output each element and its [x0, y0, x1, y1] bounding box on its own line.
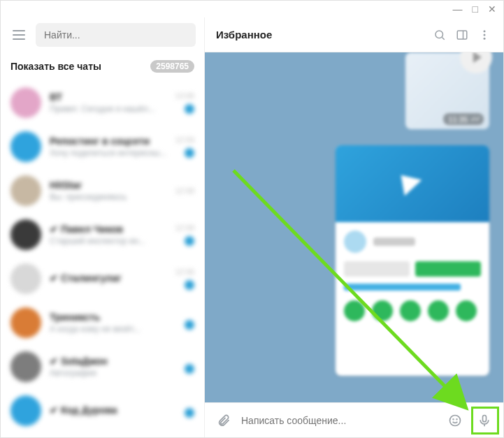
message-area[interactable]: 11:35 ✓✓ — [205, 52, 503, 402]
more-menu-icon[interactable] — [477, 27, 492, 43]
search-in-chat-icon[interactable] — [432, 27, 447, 43]
avatar — [10, 219, 41, 250]
video-message-bubble[interactable]: 11:35 ✓✓ — [405, 52, 489, 129]
chat-time: 12:56 — [175, 268, 194, 276]
search-input[interactable] — [36, 23, 196, 47]
link-preview-bubble[interactable] — [336, 145, 489, 376]
telegram-plane-icon — [401, 172, 424, 196]
unread-badge — [185, 104, 194, 114]
chat-snippet: А когда кому не везёт... — [50, 324, 176, 334]
chat-list-item[interactable]: ✔ Код Дурова — [1, 388, 204, 432]
svg-point-9 — [456, 418, 457, 419]
svg-point-8 — [453, 418, 454, 419]
unread-badge — [185, 320, 194, 330]
chat-snippet: Вы: присоединяюсь — [50, 192, 166, 202]
chat-snippet: Привет. Сегодня я нашёл... — [50, 104, 166, 114]
message-timestamp: 11:35 ✓✓ — [443, 113, 484, 125]
svg-line-1 — [442, 37, 444, 39]
avatar — [10, 351, 41, 382]
chat-name: ВТ — [50, 92, 166, 103]
chat-name: ✔ SotaДжон — [50, 356, 176, 367]
main-area: Показать все чаты 2598765 ВТ Привет. Сег… — [1, 17, 503, 437]
chat-section-header[interactable]: Показать все чаты 2598765 — [1, 52, 204, 80]
unread-badge — [185, 148, 194, 158]
maximize-button[interactable]: □ — [473, 3, 478, 15]
chat-count-badge: 2598765 — [150, 60, 194, 73]
chat-list-item[interactable]: HitStar Вы: присоединяюсь 12:58 — [1, 168, 204, 212]
window-titlebar: — □ ✕ — [1, 1, 503, 17]
chat-list-item[interactable]: ✔ SotaДжон Автография — [1, 344, 204, 388]
menu-button[interactable] — [9, 25, 29, 45]
close-button[interactable]: ✕ — [488, 3, 496, 15]
unread-badge — [185, 236, 194, 246]
chat-time: 13:06 — [175, 92, 194, 100]
chat-list-item[interactable]: ✔ Павел Чиков Старший инспектор ин... 12… — [1, 212, 204, 256]
sidebar-header — [1, 17, 204, 52]
chat-time: 12:59 — [175, 136, 194, 144]
unread-badge — [185, 364, 194, 374]
microphone-icon[interactable] — [473, 409, 496, 432]
chat-name: Триниксть — [50, 312, 176, 323]
chat-header: Избранное — [205, 17, 503, 52]
avatar — [10, 175, 41, 206]
chat-snippet: Старший инспектор ин... — [50, 236, 166, 246]
chat-name: ✔ Сталингулаг — [50, 272, 166, 284]
sidebar-toggle-icon[interactable] — [454, 27, 470, 43]
chat-list-item[interactable]: ВТ Привет. Сегодня я нашёл... 13:06 — [1, 80, 204, 124]
composer-bar — [205, 402, 503, 437]
chat-name: Репостинг в соцсети — [50, 136, 166, 147]
unread-badge — [185, 280, 194, 290]
emoji-icon[interactable] — [443, 409, 467, 432]
chat-time: 12:58 — [175, 224, 194, 232]
minimize-button[interactable]: — — [453, 3, 463, 15]
chat-title: Избранное — [216, 29, 425, 41]
svg-point-7 — [450, 415, 461, 425]
avatar — [10, 263, 41, 294]
svg-rect-10 — [483, 415, 487, 421]
svg-point-4 — [484, 30, 486, 32]
sidebar: Показать все чаты 2598765 ВТ Привет. Сег… — [1, 17, 205, 437]
svg-rect-2 — [457, 31, 467, 39]
avatar — [10, 395, 41, 426]
chat-name: ✔ Павел Чиков — [50, 224, 166, 235]
play-icon[interactable] — [460, 52, 492, 73]
chat-name: ✔ Код Дурова — [50, 404, 176, 416]
chat-name: HitStar — [50, 180, 166, 191]
message-input[interactable] — [241, 415, 438, 426]
unread-badge — [185, 408, 194, 418]
avatar — [10, 131, 41, 162]
preview-hero — [336, 145, 489, 222]
svg-point-0 — [435, 31, 443, 38]
read-checks-icon: ✓✓ — [470, 115, 479, 124]
svg-point-5 — [484, 34, 486, 36]
svg-point-6 — [484, 37, 486, 39]
chat-list-item[interactable]: ✔ Сталингулаг 12:56 — [1, 256, 204, 300]
avatar — [10, 307, 41, 338]
section-label: Показать все чаты — [10, 61, 101, 72]
chat-list-item[interactable]: Репостинг в соцсети Хочу поделиться инте… — [1, 124, 204, 168]
chat-snippet: Хочу поделиться интересны... — [50, 148, 166, 158]
chat-snippet: Автография — [50, 368, 176, 378]
app-window: — □ ✕ Показать все чаты 2598765 ВТ Приве… — [0, 0, 504, 438]
chat-list: ВТ Привет. Сегодня я нашёл... 13:06 Репо… — [1, 80, 204, 437]
chat-list-item[interactable]: Триниксть А когда кому не везёт... — [1, 300, 204, 344]
avatar — [10, 87, 41, 118]
attachment-icon[interactable] — [212, 409, 236, 432]
chat-pane: Избранное 11:35 ✓✓ — [205, 17, 503, 437]
chat-time: 12:58 — [175, 187, 194, 195]
